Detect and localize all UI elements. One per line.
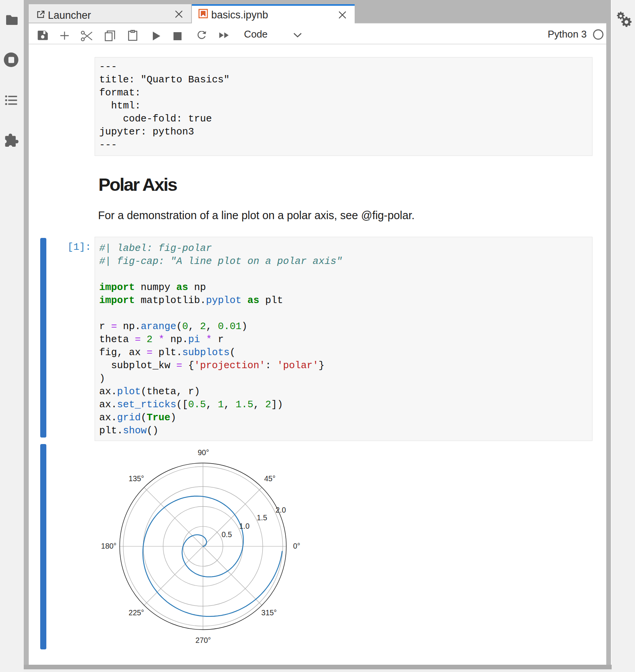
svg-text:1.0: 1.0 (239, 522, 249, 530)
svg-text:0.5: 0.5 (221, 530, 232, 539)
svg-text:180°: 180° (101, 542, 116, 550)
svg-text:2.0: 2.0 (275, 506, 286, 514)
svg-text:270°: 270° (195, 636, 211, 644)
svg-text:135°: 135° (129, 474, 144, 483)
svg-text:45°: 45° (264, 474, 276, 483)
svg-text:1.5: 1.5 (257, 513, 267, 522)
svg-text:315°: 315° (261, 608, 277, 617)
svg-text:225°: 225° (129, 608, 144, 617)
svg-text:0°: 0° (293, 542, 300, 550)
svg-text:90°: 90° (198, 448, 209, 457)
